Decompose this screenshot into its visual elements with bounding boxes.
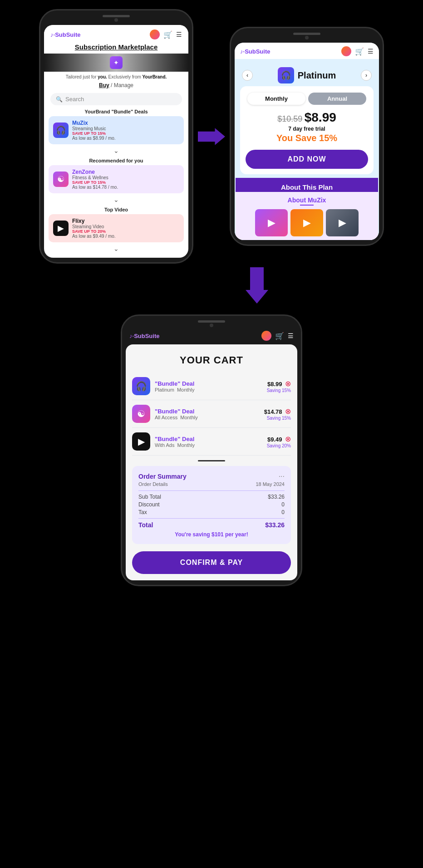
search-bar[interactable]: 🔍 Search [50,93,182,105]
menu-icon-3[interactable]: ☰ [288,332,294,339]
total-row: Total $33.26 [138,521,285,529]
cart-item-1-sub: Platinum Monthly [155,387,262,392]
phone-2: ♪·SubSuite 🛒 ☰ ‹ 🎧 Platinum › [230,27,384,246]
arrow-down [243,267,271,304]
product-name: Platinum [298,70,336,81]
cart-item-1-deal: "Bundle" Deal [155,380,262,387]
about-plan-title: About This Plan [236,183,378,191]
avatar-1[interactable] [150,29,160,39]
confirm-pay-button[interactable]: CONFIRM & PAY [132,551,291,574]
flixy-price: As low as $9.49 / mo. [72,234,179,239]
cart-item-1-price-col: $8.99 ⊗ Saving 15% [267,379,291,393]
zenzone-info: ZenZone Fitness & Wellnes SAVE UP TO 15%… [72,169,179,190]
p1-buy-manage: Buy / Manage [44,80,188,91]
order-date: 18 May 2024 [256,481,285,487]
remove-item-3-btn[interactable]: ⊗ [285,435,291,443]
order-divider-2 [138,518,285,519]
order-details-row: Order Details 18 May 2024 [138,481,285,487]
chevron-3[interactable]: ⌄ [44,244,188,254]
tax-row: Tax 0 [138,509,285,515]
cart-item-1-price: $8.99 [267,381,282,387]
discount-row: Discount 0 [138,501,285,508]
remove-item-1-btn[interactable]: ⊗ [285,380,291,387]
product-info: 🎧 Platinum [253,67,361,83]
remove-item-2-btn[interactable]: ⊗ [285,407,291,415]
cart-item-1: 🎧 "Bundle" Deal Platinum Monthly $8.99 ⊗… [132,373,291,400]
cart-item-3-info: "Bundle" Deal With Ads Monthly [155,436,262,448]
cart-icon-3[interactable]: 🛒 [275,332,284,340]
muzix-icon: 🎧 [53,123,69,138]
zenzone-sub: Fitness & Wellnes [72,175,179,180]
order-divider-1 [138,490,285,491]
cart-screen: YOUR CART 🎧 "Bundle" Deal Platinum Month… [126,344,297,580]
cart-divider [198,460,225,461]
buy-link[interactable]: Buy [99,82,109,88]
cart-item-2: ☯ "Bundle" Deal All Access Monthly $14.7… [132,400,291,428]
cart-item-1-save: Saving 15% [267,388,291,393]
cart-item-2-info: "Bundle" Deal All Access Monthly [155,408,260,420]
muzix-thumbnails: ▶ ▶ ▶ [240,209,374,236]
tab-annual[interactable]: Annual [308,93,366,105]
zenzone-icon: ☯ [53,172,69,187]
chevron-1[interactable]: ⌄ [44,146,188,156]
avatar-3[interactable] [261,331,271,341]
section3-title: Top Video [44,207,188,212]
menu-icon-1[interactable]: ☰ [176,31,182,38]
cart-item-2-deal: "Bundle" Deal [155,408,260,415]
cart-item-1-info: "Bundle" Deal Platinum Monthly [155,380,262,392]
product-header: ‹ 🎧 Platinum › [240,63,374,86]
phone2-header: ♪·SubSuite 🛒 ☰ [235,43,379,59]
tax-label: Tax [138,509,147,515]
thumb-2: ▶ [290,209,323,236]
cart-item-3-deal: "Bundle" Deal [155,436,262,442]
subsuite-logo-3: ♪·SubSuite [129,333,159,339]
about-muzix-title: About MuZix [240,196,374,204]
menu-icon-2[interactable]: ☰ [368,48,374,55]
tab-monthly[interactable]: Monthly [247,93,305,105]
cart-item-3: ▶ "Bundle" Deal With Ads Monthly $9.49 ⊗… [132,428,291,456]
thumb-3: ▶ [326,209,359,236]
pricing-section: $10.59 $8.99 7 day free trial You Save 1… [246,107,368,145]
next-product-btn[interactable]: › [361,70,372,81]
p1-title-section: Subscription Marketplace [44,42,188,54]
muzix-card[interactable]: 🎧 MuZix Streaming Music SAVE UP TO 15% A… [49,116,184,144]
subtotal-value: $33.26 [268,494,285,500]
avatar-2[interactable] [341,46,351,56]
phone-3: ♪·SubSuite 🛒 ☰ YOUR CART 🎧 "Bundle" Deal… [121,314,302,586]
manage-link[interactable]: Manage [114,82,133,88]
muzix-info: MuZix Streaming Music SAVE UP TO 15% As … [72,120,179,141]
prev-product-btn[interactable]: ‹ [242,70,253,81]
chevron-2[interactable]: ⌄ [44,195,188,205]
svg-marker-1 [246,267,268,304]
billing-tabs: Monthly Annual [246,91,368,107]
add-now-button[interactable]: ADD NOW [246,150,368,169]
flixy-icon: ▶ [53,221,69,236]
cart-icon-2[interactable]: 🛒 [355,47,364,56]
flixy-save: SAVE UP TO 20% [72,229,179,234]
header-icons-3: 🛒 ☰ [261,331,294,341]
cart-icon-1[interactable]: 🛒 [163,30,172,39]
flixy-name: Flixy [72,218,179,224]
zenzone-name: ZenZone [72,169,179,175]
p1-banner: ✦ [44,54,188,72]
flixy-card[interactable]: ▶ Flixy Steaming Video SAVE UP TO 20% As… [49,214,184,242]
total-value: $33.26 [265,521,285,529]
thumb-1: ▶ [255,209,288,236]
section1-title: YourBrand "Bundle" Deals [44,109,188,114]
phone-1: ♪·SubSuite 🛒 ☰ Subscription Marketplace … [39,9,193,264]
zenzone-card[interactable]: ☯ ZenZone Fitness & Wellnes SAVE UP TO 1… [49,165,184,193]
order-summary-header: Order Summary ··· [138,472,285,481]
cart-item-3-save: Saving 20% [267,443,291,448]
header-icons-2: 🛒 ☰ [341,46,374,56]
saving-message: You're saving $101 per year! [138,531,285,538]
cart-item-2-icon: ☯ [132,405,150,423]
phone1-header: ♪·SubSuite 🛒 ☰ [44,25,188,42]
order-options-btn[interactable]: ··· [279,472,285,481]
discount-value: 0 [281,501,285,508]
total-label: Total [138,521,153,529]
zenzone-price: As low as $14.78 / mo. [72,185,179,190]
order-summary-box: Order Summary ··· Order Details 18 May 2… [132,466,291,544]
cart-item-1-icon: 🎧 [132,377,150,395]
svg-marker-0 [198,128,225,145]
cart-item-3-sub: With Ads Monthly [155,442,262,448]
